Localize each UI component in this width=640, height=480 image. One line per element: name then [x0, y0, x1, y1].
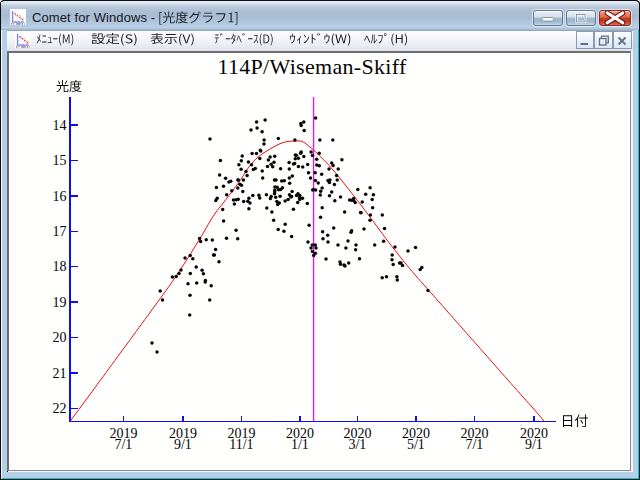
svg-text:9/1: 9/1: [174, 437, 192, 452]
svg-text:7/1: 7/1: [114, 437, 132, 452]
svg-text:16: 16: [53, 189, 67, 204]
svg-text:7/1: 7/1: [465, 437, 483, 452]
svg-text:15: 15: [53, 153, 67, 168]
svg-text:19: 19: [53, 295, 67, 310]
svg-text:3/1: 3/1: [348, 437, 366, 452]
svg-text:1/1: 1/1: [291, 437, 309, 452]
svg-text:20: 20: [53, 330, 67, 345]
svg-text:14: 14: [53, 118, 67, 133]
svg-text:9/1: 9/1: [525, 437, 543, 452]
svg-text:21: 21: [53, 366, 67, 381]
svg-text:5/1: 5/1: [407, 437, 425, 452]
svg-text:114P/Wiseman-Skiff: 114P/Wiseman-Skiff: [217, 54, 406, 79]
svg-text:22: 22: [53, 401, 67, 416]
svg-text:18: 18: [53, 259, 67, 274]
svg-text:17: 17: [53, 224, 67, 239]
svg-text:11/1: 11/1: [229, 437, 253, 452]
